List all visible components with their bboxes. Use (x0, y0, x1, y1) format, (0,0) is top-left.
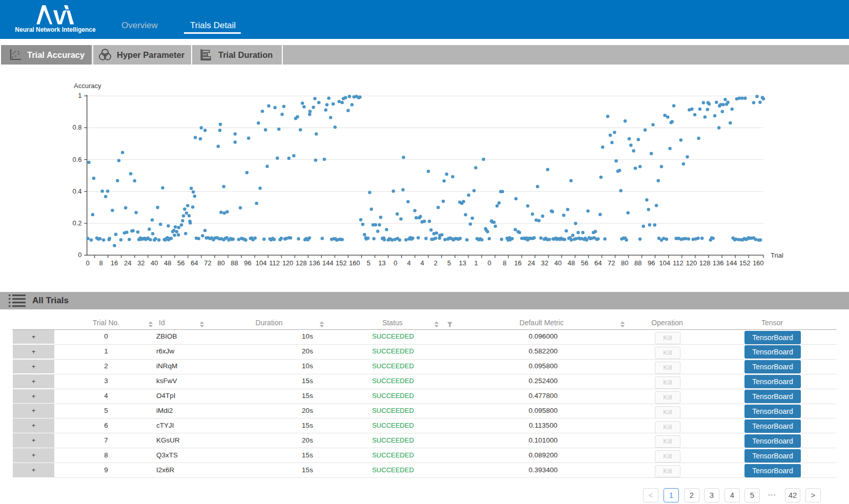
svg-text:40: 40 (151, 259, 158, 267)
svg-text:152: 152 (336, 259, 347, 267)
svg-text:88: 88 (231, 259, 238, 267)
svg-text:64: 64 (594, 259, 602, 267)
svg-text:112: 112 (269, 259, 280, 267)
svg-text:0.8: 0.8 (72, 123, 81, 131)
svg-text:80: 80 (217, 259, 224, 267)
svg-text:144: 144 (322, 259, 334, 267)
svg-text:0.6: 0.6 (72, 156, 81, 163)
svg-text:120: 120 (282, 259, 294, 267)
svg-text:4: 4 (421, 259, 424, 267)
svg-text:144: 144 (726, 259, 737, 267)
svg-text:40: 40 (554, 259, 562, 267)
svg-text:48: 48 (164, 259, 171, 267)
svg-text:64: 64 (191, 259, 198, 267)
svg-text:32: 32 (541, 259, 548, 267)
svg-text:13: 13 (378, 259, 385, 267)
svg-text:72: 72 (608, 259, 615, 267)
svg-text:104: 104 (659, 259, 671, 267)
svg-text:96: 96 (244, 259, 251, 267)
svg-text:136: 136 (309, 259, 320, 267)
svg-text:Trial: Trial (771, 251, 783, 259)
svg-text:104: 104 (256, 259, 267, 267)
svg-text:2: 2 (434, 259, 438, 267)
svg-text:0: 0 (78, 251, 81, 259)
svg-text:152: 152 (739, 259, 751, 267)
svg-text:128: 128 (296, 259, 307, 267)
svg-text:0.4: 0.4 (72, 187, 81, 195)
svg-text:96: 96 (648, 259, 655, 267)
svg-text:0.2: 0.2 (72, 219, 81, 227)
svg-text:80: 80 (621, 259, 628, 267)
svg-text:16: 16 (111, 259, 118, 267)
svg-text:136: 136 (713, 259, 724, 267)
svg-text:13: 13 (459, 259, 466, 267)
svg-text:0: 0 (394, 259, 397, 267)
svg-text:1: 1 (78, 92, 81, 99)
svg-text:56: 56 (581, 259, 588, 267)
svg-text:8: 8 (503, 259, 506, 267)
svg-text:16: 16 (514, 259, 522, 267)
svg-text:72: 72 (204, 259, 211, 267)
svg-text:5: 5 (447, 259, 451, 267)
svg-text:0: 0 (86, 259, 89, 267)
svg-text:48: 48 (568, 259, 575, 267)
svg-text:24: 24 (528, 259, 535, 267)
svg-text:56: 56 (177, 259, 184, 267)
svg-text:112: 112 (673, 259, 684, 267)
svg-text:160: 160 (349, 259, 360, 267)
svg-text:1: 1 (474, 259, 478, 267)
svg-text:160: 160 (753, 259, 764, 267)
svg-text:120: 120 (686, 259, 697, 267)
svg-text:Accuracy: Accuracy (74, 82, 101, 90)
svg-text:5: 5 (367, 259, 370, 267)
svg-text:4: 4 (407, 259, 410, 267)
svg-text:24: 24 (124, 259, 131, 267)
svg-text:32: 32 (137, 259, 144, 267)
svg-text:88: 88 (634, 259, 641, 267)
svg-text:128: 128 (699, 259, 711, 267)
svg-text:0: 0 (488, 259, 491, 267)
svg-text:8: 8 (99, 259, 102, 267)
